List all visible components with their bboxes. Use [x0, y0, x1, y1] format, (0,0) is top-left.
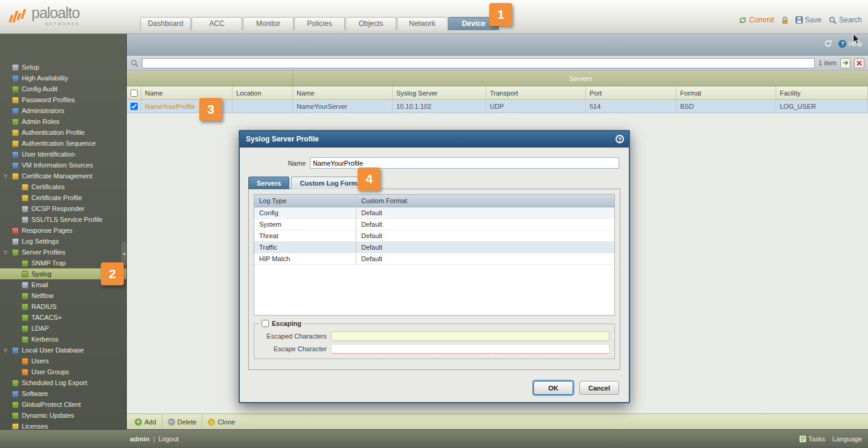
- sidebar-item-vm-information-sources[interactable]: VM Information Sources: [0, 160, 126, 170]
- sidebar-item-certificate-profile[interactable]: Certificate Profile: [0, 192, 126, 203]
- sidebar-item-authentication-profile[interactable]: Authentication Profile: [0, 127, 126, 138]
- sidebar-item-tacacs[interactable]: TACACS+: [0, 312, 126, 323]
- collapse-arrow-icon[interactable]: [4, 348, 11, 353]
- apply-filter-button[interactable]: [840, 58, 850, 68]
- lock-icon[interactable]: [782, 16, 788, 24]
- column-header-facility[interactable]: Facility: [776, 86, 868, 99]
- column-header-location[interactable]: Location: [233, 86, 293, 99]
- save-label: Save: [805, 16, 821, 24]
- search-button[interactable]: Search: [829, 16, 862, 24]
- log-settings-icon: [12, 238, 19, 245]
- sidebar-item-radius[interactable]: RADIUS: [0, 301, 126, 312]
- commit-button[interactable]: Commit: [739, 16, 774, 24]
- sidebar-item-software[interactable]: Software: [0, 388, 126, 399]
- log-type-row-system[interactable]: System Default: [254, 219, 614, 230]
- sidebar-item-response-pages[interactable]: Response Pages: [0, 225, 126, 236]
- software-icon: [12, 391, 19, 397]
- sidebar-item-ldap[interactable]: LDAP: [0, 323, 126, 334]
- cancel-button[interactable]: Cancel: [579, 381, 619, 395]
- certificates-icon: [22, 184, 28, 190]
- log-type-row-threat[interactable]: Threat Default: [254, 230, 614, 242]
- tab-monitor[interactable]: Monitor: [243, 17, 294, 30]
- collapse-arrow-icon[interactable]: [4, 174, 11, 179]
- profile-name-link[interactable]: NameYourProfile: [145, 103, 195, 110]
- collapse-arrow-icon[interactable]: [4, 250, 11, 255]
- sidebar-item-netflow[interactable]: Netflow: [0, 290, 126, 301]
- syslog-server-profile-dialog: Syslog Server Profile Name Servers Custo…: [239, 130, 630, 403]
- sidebar-item-user-identification[interactable]: User Identification: [0, 149, 126, 160]
- column-header-port[interactable]: Port: [586, 86, 677, 99]
- sidebar-item-kerberos[interactable]: Kerberos: [0, 334, 126, 345]
- log-type-cell: HIP Match: [254, 253, 356, 264]
- tasks-label: Tasks: [808, 435, 825, 443]
- column-header-transport[interactable]: Transport: [486, 86, 586, 99]
- sidebar-item-scheduled-log-export[interactable]: Scheduled Log Export: [0, 377, 126, 388]
- delete-button[interactable]: Delete: [162, 414, 202, 429]
- sidebar-item-config-audit[interactable]: Config Audit: [0, 83, 126, 94]
- log-type-cell: Threat: [254, 230, 356, 241]
- sidebar-item-local-user-database[interactable]: Local User Database: [0, 345, 126, 355]
- tab-dashboard[interactable]: Dashboard: [140, 17, 191, 30]
- tab-network[interactable]: Network: [397, 17, 448, 30]
- sidebar-item-label: Local User Database: [22, 346, 84, 354]
- sidebar-item-password-profiles[interactable]: Password Profiles: [0, 94, 126, 105]
- sidebar-item-user-groups[interactable]: User Groups: [0, 366, 126, 377]
- escaped-characters-input[interactable]: [331, 331, 609, 341]
- sidebar-item-setup[interactable]: Setup: [0, 62, 126, 73]
- row-checkbox[interactable]: [130, 103, 138, 110]
- log-type-row-config[interactable]: Config Default: [254, 207, 614, 219]
- tab-servers[interactable]: Servers: [248, 177, 289, 189]
- column-header-format[interactable]: Format: [677, 86, 776, 99]
- authentication-profile-icon: [12, 129, 19, 136]
- ssl-tls-service-profile-icon: [22, 216, 28, 223]
- tab-objects[interactable]: Objects: [346, 17, 396, 30]
- column-header-syslog-server[interactable]: Syslog Server: [393, 86, 486, 99]
- tasks-button[interactable]: Tasks: [799, 435, 825, 443]
- sidebar-item-label: Certificates: [31, 183, 65, 190]
- sidebar-item-admin-roles[interactable]: Admin Roles: [0, 116, 126, 127]
- escaped-characters-label: Escaped Characters: [259, 333, 327, 340]
- add-button[interactable]: Add: [129, 414, 162, 429]
- sidebar-item-certificate-management[interactable]: Certificate Management: [0, 170, 126, 181]
- sidebar-item-authentication-sequence[interactable]: Authentication Sequence: [0, 138, 126, 149]
- sidebar-item-label: Certificate Management: [22, 172, 92, 180]
- logout-link[interactable]: Logout: [158, 435, 179, 443]
- save-button[interactable]: Save: [796, 16, 821, 24]
- table-row[interactable]: NameYourProfile NameYourServer 10.10.1.1…: [127, 100, 868, 113]
- clear-filter-button[interactable]: [854, 58, 864, 68]
- sidebar-item-ssl-tls-service-profile[interactable]: SSL/TLS Service Profile: [0, 214, 126, 225]
- sidebar-item-users[interactable]: Users: [0, 355, 126, 366]
- sidebar-item-high-availability[interactable]: High Availability: [0, 73, 126, 83]
- sidebar-item-administrators[interactable]: Administrators: [0, 105, 126, 116]
- log-type-row-hip-match[interactable]: HIP Match Default: [254, 253, 614, 265]
- sidebar-item-dynamic-updates[interactable]: Dynamic Updates: [0, 410, 126, 421]
- sidebar-item-label: Authentication Sequence: [22, 140, 95, 147]
- table-group-header: Servers: [127, 71, 868, 86]
- language-button[interactable]: Language: [832, 435, 862, 443]
- escaping-legend: Escaping: [272, 320, 301, 327]
- ok-button[interactable]: OK: [533, 381, 573, 395]
- escaping-checkbox[interactable]: [262, 320, 269, 327]
- column-header-name[interactable]: Name: [141, 86, 233, 99]
- sidebar-item-log-settings[interactable]: Log Settings: [0, 236, 126, 247]
- filter-input[interactable]: [142, 58, 815, 68]
- sidebar-item-certificates[interactable]: Certificates: [0, 181, 126, 192]
- refresh-button[interactable]: [824, 39, 832, 48]
- tab-policies[interactable]: Policies: [294, 17, 345, 30]
- help-button[interactable]: Help: [838, 40, 862, 48]
- clone-button[interactable]: Clone: [202, 414, 240, 429]
- users-icon: [22, 358, 28, 365]
- select-all-checkbox[interactable]: [130, 89, 138, 97]
- log-type-row-traffic[interactable]: Traffic Default: [254, 242, 614, 253]
- column-header-server-name[interactable]: Name: [293, 86, 393, 99]
- profile-name-input[interactable]: [310, 157, 619, 169]
- escape-character-input[interactable]: [331, 344, 609, 354]
- dialog-help-icon[interactable]: [616, 135, 624, 143]
- sidebar-item-server-profiles[interactable]: Server Profiles: [0, 247, 126, 258]
- help-label: Help: [848, 40, 862, 47]
- sidebar-item-licenses[interactable]: Licenses: [0, 421, 126, 429]
- sidebar-item-globalprotect-client[interactable]: GlobalProtect Client: [0, 399, 126, 410]
- local-user-database-icon: [12, 347, 19, 354]
- tab-acc[interactable]: ACC: [191, 17, 242, 30]
- sidebar-item-ocsp-responder[interactable]: OCSP Responder: [0, 203, 126, 214]
